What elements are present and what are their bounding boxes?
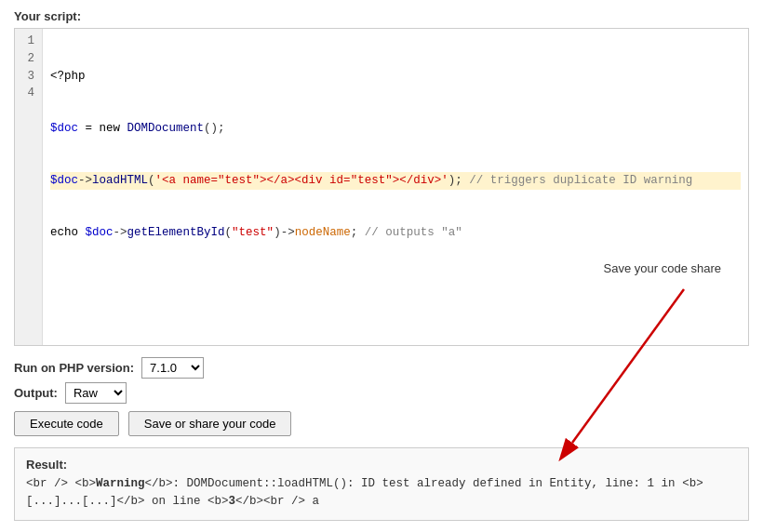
- code-editor-wrapper: 1 2 3 4 <?php $doc = new DOMDocument(); …: [14, 28, 749, 346]
- script-label: Your script:: [14, 9, 749, 23]
- output-select[interactable]: Raw HTML: [65, 382, 127, 404]
- execute-button[interactable]: Execute code: [14, 411, 119, 436]
- result-content: <br /> <b>Warning</b>: DOMDocument::load…: [26, 475, 737, 511]
- line-num-4: 4: [22, 85, 34, 102]
- php-version-row: Run on PHP version: 7.1.0 5.6.40 7.0.33 …: [14, 357, 749, 379]
- output-label: Output:: [14, 386, 58, 400]
- line-num-2: 2: [22, 50, 34, 68]
- code-line-1: <?php: [50, 68, 741, 86]
- save-tooltip: Save your code share: [604, 261, 721, 275]
- code-line-2: $doc = new DOMDocument();: [50, 120, 741, 138]
- result-wrapper: Save your code share Result: <br /> <b>W…: [14, 447, 749, 521]
- options-block: Run on PHP version: 7.1.0 5.6.40 7.0.33 …: [14, 357, 749, 404]
- result-section: Result: <br /> <b>Warning</b>: DOMDocume…: [14, 447, 749, 521]
- output-row: Output: Raw HTML: [14, 382, 749, 404]
- line-num-1: 1: [22, 33, 34, 50]
- code-line-4: echo $doc->getElementById("test")->nodeN…: [50, 224, 741, 242]
- page-container: Your script: 1 2 3 4 <?php $doc = new DO…: [0, 0, 763, 530]
- code-content[interactable]: <?php $doc = new DOMDocument(); $doc->lo…: [43, 29, 748, 345]
- result-label: Result:: [26, 458, 737, 472]
- save-share-button[interactable]: Save or share your code: [128, 411, 292, 436]
- code-line-3: $doc->loadHTML('<a name="test"></a><div …: [50, 172, 741, 190]
- code-editor: 1 2 3 4 <?php $doc = new DOMDocument(); …: [15, 29, 748, 345]
- php-version-select[interactable]: 7.1.0 5.6.40 7.0.33 7.2.24 7.3.11 7.4.0: [141, 357, 204, 379]
- php-version-label: Run on PHP version:: [14, 361, 134, 375]
- line-numbers: 1 2 3 4: [15, 29, 43, 345]
- buttons-row: Execute code Save or share your code: [14, 411, 749, 436]
- line-num-3: 3: [22, 68, 34, 86]
